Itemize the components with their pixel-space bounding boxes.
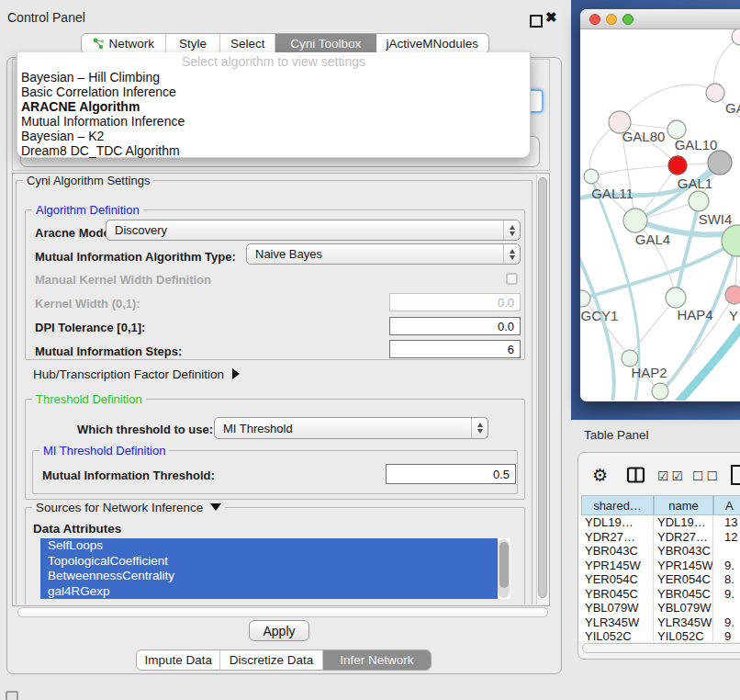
mi-threshold-field[interactable]: 0.5 xyxy=(386,464,516,484)
table-horizontal-scrollbar[interactable] xyxy=(582,643,740,653)
collapsed-panel-icon[interactable] xyxy=(6,691,18,700)
tab-network[interactable]: Network xyxy=(82,34,166,53)
table-cell: YIL052C xyxy=(585,629,651,641)
data-attribute-item[interactable]: gal4RGexp xyxy=(40,584,498,600)
mi-algorithm-type-label: Mutual Information Algorithm Type: xyxy=(35,250,236,264)
table-row[interactable]: YIL052CYIL052C9 xyxy=(578,629,740,641)
table-cell: YER054C xyxy=(657,572,714,587)
network-node-label: GAL xyxy=(725,100,740,116)
table-cell: 9 xyxy=(724,629,740,641)
network-node[interactable] xyxy=(668,156,687,175)
network-node[interactable] xyxy=(689,191,709,211)
sources-title[interactable]: Sources for Network Inference xyxy=(32,501,225,514)
chevron-updown-icon xyxy=(503,244,520,264)
algorithm-dropdown-item[interactable]: ARACNE Algorithm xyxy=(17,99,530,114)
right-triangle-icon xyxy=(232,368,240,379)
columns-icon[interactable] xyxy=(626,466,645,485)
manual-kernel-width-checkbox[interactable] xyxy=(506,273,518,285)
algorithm-dropdown-item[interactable]: Bayesian – Hill Climbing xyxy=(17,70,530,85)
dpi-tolerance-field[interactable]: 0.0 xyxy=(389,317,521,335)
table-panel-title: Table Panel xyxy=(584,428,649,442)
table-cell: YDR27… xyxy=(657,530,714,545)
down-triangle-icon xyxy=(210,503,221,511)
network-node[interactable] xyxy=(652,383,668,400)
float-panel-icon[interactable] xyxy=(530,15,543,28)
tab-style[interactable]: Style xyxy=(166,34,221,53)
table-row[interactable]: YER054CYER054C8. xyxy=(578,572,740,587)
tab-discretize-data[interactable]: Discretize Data xyxy=(220,650,322,670)
network-node[interactable] xyxy=(725,286,740,304)
data-attributes-list[interactable]: SelfLoopsTopologicalCoefficientBetweenne… xyxy=(40,538,510,599)
table-body: YDL19…YDL19…13YDR27…YDR27…12YBR043CYBR04… xyxy=(578,515,740,641)
table-cell: YPR145W xyxy=(585,559,651,573)
table-cell: YIL052C xyxy=(657,629,714,641)
aracne-mode-combo[interactable]: Discovery xyxy=(106,220,521,241)
network-node[interactable] xyxy=(667,120,686,139)
select-all-checks-icon[interactable]: ☑☑ xyxy=(657,469,686,483)
table-row[interactable]: YDR27…YDR27…12 xyxy=(578,530,740,545)
table-cell: YBR043C xyxy=(585,544,651,559)
apply-button[interactable]: Apply xyxy=(249,620,309,641)
algorithm-definition-title: Algorithm Definition xyxy=(32,203,143,217)
hub-definition-expander[interactable]: Hub/Transcription Factor Definition xyxy=(33,367,240,381)
tab-impute-data[interactable]: Impute Data xyxy=(137,650,220,670)
data-attribute-item[interactable]: SelfLoops xyxy=(40,538,498,554)
network-node-label: GAL11 xyxy=(591,186,633,201)
tab-infer-network[interactable]: Infer Network xyxy=(323,650,431,670)
network-node-label: SWI4 xyxy=(699,211,733,227)
table-row[interactable]: YLR345WYLR345W9. xyxy=(578,615,740,630)
network-node[interactable] xyxy=(623,209,647,232)
network-node[interactable] xyxy=(584,169,599,184)
network-icon xyxy=(93,38,105,50)
table-row[interactable]: YPR145WYPR145W9. xyxy=(578,559,740,573)
settings-vertical-scrollbar-thumb[interactable] xyxy=(538,177,547,598)
column-header-cut[interactable]: A xyxy=(713,495,740,515)
kernel-width-field[interactable]: 0.0 xyxy=(389,293,521,311)
table-cell: YLR345W xyxy=(585,615,651,630)
column-header-name[interactable]: name xyxy=(654,495,713,515)
table-row[interactable]: YDL19…YDL19…13 xyxy=(578,515,740,530)
clear-all-checks-icon[interactable]: ☐☐ xyxy=(692,469,721,483)
column-header-shared-name[interactable]: shared… xyxy=(581,495,654,515)
column-divider xyxy=(653,515,654,641)
network-node-label: GCY1 xyxy=(581,308,619,323)
algorithm-dropdown-item[interactable]: Basic Correlation Inference xyxy=(17,85,530,99)
tab-jactivemnodules[interactable]: jActiveMNodules xyxy=(376,34,488,53)
table-cell: 9. xyxy=(724,615,740,630)
network-node[interactable] xyxy=(580,290,590,307)
table-cell: 9. xyxy=(724,587,740,602)
data-attribute-item[interactable]: TopologicalCoefficient xyxy=(40,554,498,570)
network-canvas[interactable]: GALGAL80GAL10GAL1SWI4GAL11GAL4GCY1HAP4YH… xyxy=(580,29,740,401)
window-zoom-icon[interactable] xyxy=(622,14,633,25)
table-row[interactable]: YBR043CYBR043C xyxy=(578,544,740,559)
tab-cyni-toolbox[interactable]: Cyni Toolbox xyxy=(275,34,376,53)
attributes-scrollbar-thumb[interactable] xyxy=(499,542,509,588)
which-threshold-combo[interactable]: MI Threshold xyxy=(214,417,488,439)
which-threshold-value: MI Threshold xyxy=(215,418,471,438)
network-node[interactable] xyxy=(732,29,740,45)
table-cell: YBR045C xyxy=(585,587,651,602)
algorithm-dropdown-item[interactable]: Bayesian – K2 xyxy=(17,129,530,143)
table-row[interactable]: YBL079WYBL079W xyxy=(578,601,740,615)
threshold-definition-title: Threshold Definition xyxy=(32,392,146,406)
network-node[interactable] xyxy=(706,84,724,102)
data-attribute-item[interactable]: BetweennessCentrality xyxy=(40,569,498,584)
gear-icon[interactable]: ⚙ xyxy=(592,465,608,486)
algorithm-dropdown-item[interactable]: Mutual Information Inference xyxy=(17,114,530,129)
table-cell: YLR345W xyxy=(657,615,714,630)
close-icon[interactable]: ✖ xyxy=(545,9,557,26)
network-window-titlebar[interactable] xyxy=(580,9,740,29)
algorithm-dropdown: Select algorithm to view settings Bayesi… xyxy=(17,52,531,158)
mi-algorithm-type-combo[interactable]: Naive Bayes xyxy=(246,243,521,265)
mi-steps-field[interactable]: 6 xyxy=(389,340,521,358)
network-node[interactable] xyxy=(708,151,732,175)
algorithm-dropdown-item[interactable]: Dream8 DC_TDC Algorithm xyxy=(17,143,530,158)
network-node[interactable] xyxy=(666,288,686,308)
window-minimize-icon[interactable] xyxy=(606,14,617,25)
new-table-icon[interactable] xyxy=(730,464,740,486)
network-node[interactable] xyxy=(722,225,740,256)
settings-horizontal-scrollbar[interactable] xyxy=(17,607,548,617)
table-row[interactable]: YBR045CYBR045C9. xyxy=(578,587,740,602)
tab-select[interactable]: Select xyxy=(220,34,275,53)
window-close-icon[interactable] xyxy=(589,14,600,25)
